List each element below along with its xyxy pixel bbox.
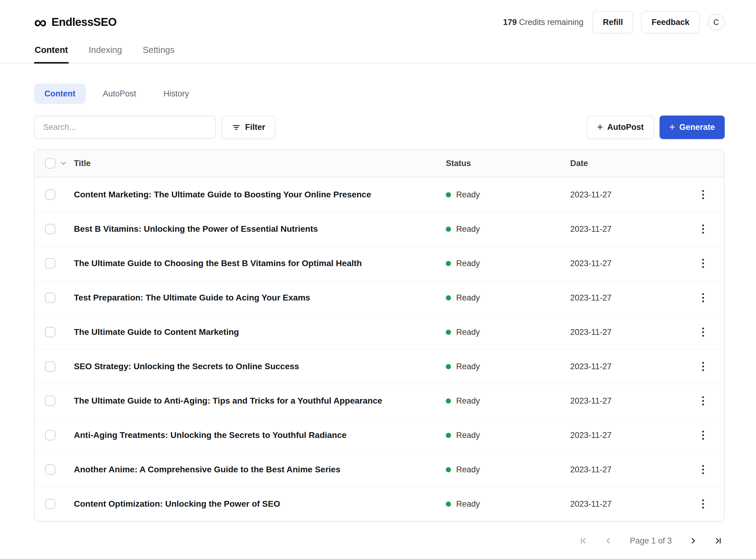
refill-button[interactable]: Refill [592, 11, 633, 33]
credits-count: 179 [503, 18, 517, 27]
row-date: 2023-11-27 [570, 362, 668, 371]
chevron-right-icon [689, 536, 698, 545]
plus-icon: + [669, 122, 675, 132]
status-text: Ready [456, 328, 480, 337]
kebab-icon [702, 293, 704, 295]
row-checkbox[interactable] [45, 293, 55, 303]
row-kebab-menu-button[interactable] [699, 393, 707, 408]
row-title: Content Optimization: Unlocking the Powe… [74, 499, 446, 509]
app-header: ∞ EndlessSEO 179 Credits remaining Refil… [34, 0, 725, 64]
row-status: Ready [446, 465, 570, 474]
subtab-content[interactable]: Content [34, 84, 86, 104]
credits-label: Credits remaining [517, 18, 583, 27]
row-status: Ready [446, 499, 570, 509]
main-tabbar: Content Indexing Settings [0, 41, 756, 64]
autopost-label: AutoPost [607, 122, 644, 132]
column-header-status: Status [446, 159, 570, 168]
row-status: Ready [446, 431, 570, 440]
row-kebab-menu-button[interactable] [699, 187, 707, 202]
brand-name: EndlessSEO [51, 16, 116, 28]
status-text: Ready [456, 431, 480, 440]
status-dot-icon [446, 330, 451, 335]
row-checkbox[interactable] [45, 396, 55, 406]
filter-button[interactable]: Filter [221, 116, 276, 139]
previous-page-button[interactable] [602, 535, 614, 546]
row-date: 2023-11-27 [570, 465, 668, 474]
row-kebab-menu-button[interactable] [699, 290, 707, 305]
row-kebab-menu-button[interactable] [699, 462, 707, 477]
row-title: The Ultimate Guide to Choosing the Best … [74, 259, 446, 268]
search-input[interactable] [34, 116, 216, 139]
row-checkbox[interactable] [45, 224, 55, 234]
select-all-checkbox[interactable] [45, 158, 55, 169]
row-status: Ready [446, 328, 570, 337]
tab-indexing[interactable]: Indexing [88, 41, 123, 63]
kebab-icon [702, 328, 704, 329]
next-page-button[interactable] [688, 535, 699, 546]
toolbar: Filter + AutoPost + Generate [34, 116, 725, 139]
page-indicator: Page 1 of 3 [627, 536, 674, 545]
table-row[interactable]: The Ultimate Guide to Anti-Aging: Tips a… [35, 383, 724, 418]
tab-content[interactable]: Content [34, 41, 69, 63]
row-date: 2023-11-27 [570, 328, 668, 337]
table-row[interactable]: Anti-Aging Treatments: Unlocking the Sec… [35, 418, 724, 452]
generate-button[interactable]: + Generate [660, 116, 725, 139]
generate-label: Generate [679, 122, 715, 132]
feedback-button[interactable]: Feedback [641, 11, 700, 33]
row-kebab-menu-button[interactable] [699, 359, 707, 374]
filter-label: Filter [245, 122, 265, 132]
table-row[interactable]: Test Preparation: The Ultimate Guide to … [35, 281, 724, 315]
row-checkbox[interactable] [45, 430, 55, 440]
status-text: Ready [456, 190, 480, 200]
row-title: Another Anime: A Comprehensive Guide to … [74, 465, 446, 474]
row-checkbox[interactable] [45, 258, 55, 269]
content-table: Title Status Date Content Marketing: The… [34, 149, 725, 521]
status-dot-icon [446, 227, 451, 232]
row-title: Anti-Aging Treatments: Unlocking the Sec… [74, 430, 446, 440]
status-dot-icon [446, 192, 451, 197]
table-row[interactable]: Another Anime: A Comprehensive Guide to … [35, 452, 724, 487]
row-kebab-menu-button[interactable] [699, 496, 707, 512]
row-status: Ready [446, 362, 570, 371]
row-kebab-menu-button[interactable] [699, 428, 707, 443]
avatar[interactable]: C [708, 14, 725, 31]
autopost-button[interactable]: + AutoPost [587, 116, 654, 139]
subtab-history[interactable]: History [153, 84, 200, 104]
kebab-icon [702, 396, 704, 398]
brand: ∞ EndlessSEO [34, 15, 116, 29]
row-date: 2023-11-27 [570, 293, 668, 303]
first-page-icon [579, 536, 588, 545]
status-dot-icon [446, 433, 451, 438]
table-row[interactable]: SEO Strategy: Unlocking the Secrets to O… [35, 349, 724, 383]
row-status: Ready [446, 190, 570, 200]
table-row[interactable]: Content Optimization: Unlocking the Powe… [35, 487, 724, 521]
last-page-button[interactable] [712, 535, 724, 546]
pagination: Page 1 of 3 [34, 535, 725, 546]
status-text: Ready [456, 362, 480, 371]
row-kebab-menu-button[interactable] [699, 256, 707, 271]
row-title: Best B Vitamins: Unlocking the Power of … [74, 224, 446, 234]
kebab-icon [702, 190, 704, 192]
kebab-icon [702, 362, 704, 364]
chevron-left-icon [604, 536, 613, 545]
table-row[interactable]: The Ultimate Guide to Choosing the Best … [35, 246, 724, 281]
row-kebab-menu-button[interactable] [699, 325, 707, 340]
tab-settings[interactable]: Settings [142, 41, 175, 63]
sub-tabbar: Content AutoPost History [34, 84, 725, 104]
table-row[interactable]: Best B Vitamins: Unlocking the Power of … [35, 212, 724, 246]
first-page-button[interactable] [577, 535, 589, 546]
row-checkbox[interactable] [45, 361, 55, 372]
row-checkbox[interactable] [45, 464, 55, 475]
kebab-icon [702, 499, 704, 501]
row-checkbox[interactable] [45, 499, 55, 509]
row-checkbox[interactable] [45, 189, 55, 200]
row-kebab-menu-button[interactable] [699, 221, 707, 237]
status-dot-icon [446, 295, 451, 300]
table-row[interactable]: Content Marketing: The Ultimate Guide to… [35, 177, 724, 212]
last-page-icon [714, 536, 723, 545]
chevron-down-icon[interactable] [60, 159, 68, 167]
subtab-autopost[interactable]: AutoPost [92, 84, 146, 104]
row-checkbox[interactable] [45, 327, 55, 337]
table-row[interactable]: The Ultimate Guide to Content Marketing … [35, 315, 724, 349]
row-title: The Ultimate Guide to Content Marketing [74, 327, 446, 337]
